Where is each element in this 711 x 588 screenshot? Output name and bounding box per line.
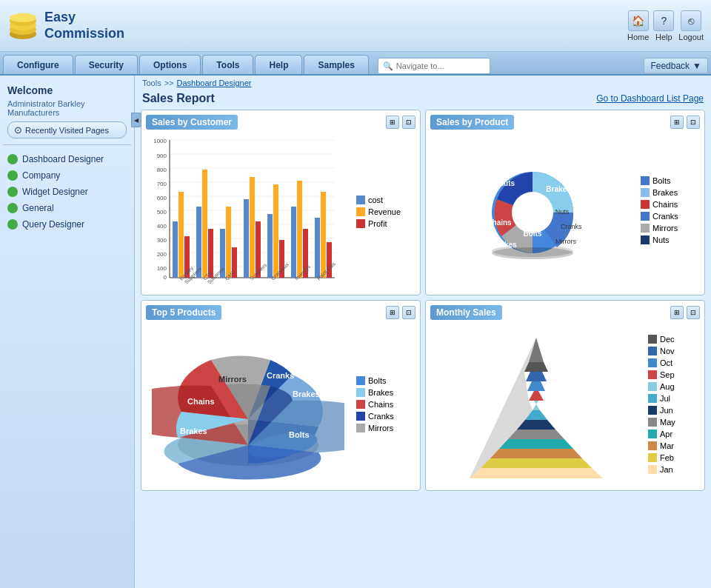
pyramid-chart <box>430 323 642 486</box>
legend-color <box>648 441 657 450</box>
nav-dot-icon <box>7 170 18 181</box>
legend-color <box>356 424 365 432</box>
legend-color <box>356 400 365 409</box>
chart-fullscreen-icon[interactable]: ⊡ <box>402 306 415 319</box>
goto-dashboard-list-link[interactable]: Go to Dashboard List Page <box>596 93 704 104</box>
svg-text:Inversys: Inversys <box>294 264 312 281</box>
svg-marker-82 <box>499 439 573 449</box>
chart-fullscreen-icon[interactable]: ⊡ <box>687 116 700 129</box>
app-header: Easy Commission 🏠 Home ? Help ⎋ Logout <box>0 0 711 52</box>
legend-color <box>641 235 650 244</box>
svg-rect-44 <box>297 181 302 278</box>
nav-search[interactable]: 🔍 <box>378 58 490 74</box>
legend-color <box>648 406 657 415</box>
logo-text: Easy Commission <box>44 10 124 41</box>
chart-export-icon[interactable]: ⊞ <box>670 306 684 319</box>
search-input[interactable] <box>396 61 485 70</box>
legend-item-cost: cost <box>356 196 415 204</box>
legend-color <box>648 430 657 438</box>
pie-chart-svg: Bolts Brakes Cranks Mirrors Chains Brake… <box>152 323 344 486</box>
content-area: Tools >> Dashboard Designer Sales Report… <box>135 76 711 588</box>
svg-rect-43 <box>291 207 296 278</box>
sidebar-collapse-button[interactable]: ◀ <box>131 113 141 127</box>
svg-text:0: 0 <box>164 274 167 281</box>
svg-text:400: 400 <box>157 223 167 230</box>
chart-fullscreen-icon[interactable]: ⊡ <box>402 116 415 129</box>
sales-by-customer-legend: cost Revenue Profit <box>356 133 415 290</box>
legend-item-chains: Chains <box>641 200 700 209</box>
svg-marker-81 <box>490 449 582 458</box>
sidebar-nav: Dashboard Designer Company Widget Design… <box>3 151 131 233</box>
sales-by-customer-panel: Sales by Customer ⊞ ⊡ 1000 900 800 700 <box>141 110 421 295</box>
svg-text:600: 600 <box>157 195 167 201</box>
donut-chart: Bolts Brakes Nuts Chains Brakes Mirrors … <box>430 133 635 288</box>
legend-item-aug: Aug <box>648 382 700 391</box>
nav-tab-tools[interactable]: Tools <box>202 55 253 74</box>
nav-tab-samples[interactable]: Samples <box>304 55 368 74</box>
svg-rect-29 <box>178 192 184 278</box>
legend-color <box>648 382 657 391</box>
chevron-down-icon: ▼ <box>692 61 701 71</box>
recently-visited-button[interactable]: ⊙ Recently Visited Pages <box>7 121 127 138</box>
legend-item-nuts: Nuts <box>641 235 700 244</box>
page-header: Sales Report Go to Dashboard List Page <box>135 90 711 110</box>
legend-item-jan: Jan <box>648 465 700 474</box>
chart-export-icon[interactable]: ⊞ <box>386 306 399 319</box>
svg-marker-88 <box>527 381 545 391</box>
svg-point-60 <box>512 192 553 233</box>
legend-color <box>356 412 365 421</box>
sales-by-product-title: Sales by Product <box>430 115 514 130</box>
legend-item: Bolts <box>356 376 415 385</box>
nav-tab-security[interactable]: Security <box>75 55 138 74</box>
chart-export-icon[interactable]: ⊞ <box>386 116 399 129</box>
legend-color-cost <box>356 196 365 204</box>
panel-action-icons: ⊞ ⊡ <box>386 306 415 319</box>
legend-color <box>648 370 657 379</box>
panel-header: Sales by Customer ⊞ ⊡ <box>146 115 415 130</box>
svg-rect-41 <box>273 184 278 278</box>
svg-text:Chains: Chains <box>487 218 512 227</box>
legend-item-apr: Apr <box>648 430 700 438</box>
pie-3d-chart: Bolts Brakes Cranks Mirrors Chains Brake… <box>146 323 350 486</box>
legend-color <box>356 388 365 397</box>
legend-color <box>648 347 657 355</box>
top5-products-title: Top 5 Products <box>146 305 221 320</box>
legend-color <box>648 465 657 474</box>
pyramid-chart-svg <box>462 323 610 486</box>
help-button[interactable]: ? Help <box>653 10 674 41</box>
chart-export-icon[interactable]: ⊞ <box>670 116 684 129</box>
svg-text:Cranks: Cranks <box>267 371 294 380</box>
svg-point-4 <box>10 13 36 22</box>
legend-item: Mirrors <box>356 424 415 432</box>
panel-action-icons: ⊞ ⊡ <box>670 116 700 129</box>
legend-color <box>648 394 657 403</box>
legend-item-bolts: Bolts <box>641 176 700 185</box>
nav-tab-help[interactable]: Help <box>255 55 302 74</box>
sidebar-item-widget-designer[interactable]: Widget Designer <box>3 184 131 200</box>
svg-rect-38 <box>250 177 255 278</box>
sidebar-item-company[interactable]: Company <box>3 167 131 184</box>
legend-item: Chains <box>356 400 415 409</box>
legend-color <box>641 176 650 185</box>
nav-dot-icon <box>7 203 18 213</box>
home-button[interactable]: 🏠 Home <box>627 10 649 41</box>
sidebar-item-query-designer[interactable]: Query Designer <box>3 216 131 233</box>
nav-tab-options[interactable]: Options <box>139 55 201 74</box>
svg-point-61 <box>492 247 573 259</box>
nav-tab-configure[interactable]: Configure <box>3 55 73 74</box>
sidebar-item-general[interactable]: General <box>3 200 131 216</box>
sidebar-item-dashboard[interactable]: Dashboard Designer <box>3 151 131 167</box>
feedback-button[interactable]: Feedback ▼ <box>644 58 708 74</box>
svg-text:Nuts: Nuts <box>555 208 570 216</box>
chart-fullscreen-icon[interactable]: ⊡ <box>687 306 700 319</box>
legend-color <box>648 418 657 427</box>
svg-marker-89 <box>526 372 547 381</box>
svg-text:700: 700 <box>157 181 167 187</box>
legend-item-mar: Mar <box>648 441 700 450</box>
logout-button[interactable]: ⎋ Logout <box>678 10 704 41</box>
donut-chart-svg: Bolts Brakes Nuts Chains Brakes Mirrors … <box>451 133 614 288</box>
chart-body: Bolts Brakes Nuts Chains Brakes Mirrors … <box>430 133 700 288</box>
breadcrumb-link[interactable]: Dashboard Designer <box>177 78 252 87</box>
svg-text:200: 200 <box>157 251 167 258</box>
legend-item-feb: Feb <box>648 453 700 462</box>
